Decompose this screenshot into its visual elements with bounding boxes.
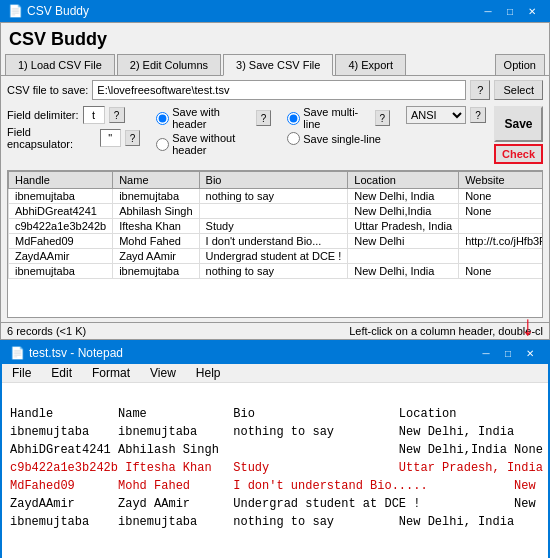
multiline-question[interactable]: ?: [375, 110, 390, 126]
minimize-button[interactable]: ─: [478, 3, 498, 19]
delimiter-question[interactable]: ?: [109, 107, 125, 123]
delimiter-value: t: [83, 106, 105, 124]
header-question[interactable]: ?: [256, 110, 271, 126]
save-singleline-radio[interactable]: [287, 132, 300, 145]
csv-file-row: CSV file to save: ? Select: [1, 76, 549, 104]
table-row[interactable]: ZaydAAmirZayd AAmirUndergrad student at …: [9, 249, 544, 264]
save-without-header-row: Save without header: [156, 132, 271, 156]
field-section: Field delimiter: t ? Field encapsulator:…: [7, 106, 140, 150]
tab-export[interactable]: 4) Export: [335, 54, 406, 75]
save-with-header-label: Save with header: [172, 106, 253, 130]
save-with-header-radio[interactable]: [156, 112, 169, 125]
save-without-header-label: Save without header: [172, 132, 271, 156]
notepad-titlebar: 📄 test.tsv - Notepad ─ □ ✕: [2, 342, 548, 364]
save-multiline-row: Save multi-line ?: [287, 106, 390, 130]
field-delimiter-label: Field delimiter:: [7, 109, 79, 121]
notepad-title: test.tsv - Notepad: [29, 346, 123, 360]
col-website[interactable]: Website: [459, 172, 543, 189]
notepad-content[interactable]: Handle Name Bio Location Website Followe…: [2, 383, 548, 558]
question-mark-button[interactable]: ?: [470, 80, 490, 100]
tab-edit[interactable]: 2) Edit Columns: [117, 54, 221, 75]
status-bar: 6 records (<1 K) Left-click on a column …: [1, 322, 549, 339]
tab-bar: 1) Load CSV File 2) Edit Columns 3) Save…: [1, 54, 549, 76]
csv-file-label: CSV file to save:: [7, 84, 88, 96]
notepad-window: 📄 test.tsv - Notepad ─ □ ✕ File Edit For…: [0, 340, 550, 558]
notepad-line-1: ibnemujtaba ibnemujtaba nothing to say N…: [10, 425, 514, 439]
table-row[interactable]: MdFahed09Mohd FahedI don't understand Bi…: [9, 234, 544, 249]
col-bio[interactable]: Bio: [199, 172, 348, 189]
tab-load[interactable]: 1) Load CSV File: [5, 54, 115, 75]
table-row[interactable]: AbhiDGreat4241Abhilash SinghNew Delhi,In…: [9, 204, 544, 219]
csvbuddy-window: CSV Buddy 1) Load CSV File 2) Edit Colum…: [0, 22, 550, 340]
csv-file-input[interactable]: [92, 80, 466, 100]
encoding-select[interactable]: ANSI UTF-8 UTF-16: [406, 106, 466, 124]
encoding-question[interactable]: ?: [470, 107, 486, 123]
data-table-container: Handle Name Bio Location Website Followe…: [7, 170, 543, 318]
check-button[interactable]: Check: [494, 144, 543, 164]
arrow-indicator: ↓: [521, 310, 535, 342]
menu-file[interactable]: File: [2, 364, 41, 382]
notepad-maximize[interactable]: □: [498, 345, 518, 361]
notepad-minimize[interactable]: ─: [476, 345, 496, 361]
notepad-line-6: ibnemujtaba ibnemujtaba nothing to say N…: [10, 515, 514, 529]
close-button[interactable]: ✕: [522, 3, 542, 19]
encapsulator-value: ": [100, 129, 121, 147]
menu-edit[interactable]: Edit: [41, 364, 82, 382]
save-multiline-radio[interactable]: [287, 112, 300, 125]
maximize-button[interactable]: □: [500, 3, 520, 19]
app-title-bar: CSV Buddy: [27, 4, 89, 18]
save-singleline-label: Save single-line: [303, 133, 381, 145]
app-icon: 📄: [8, 4, 23, 18]
app-header: CSV Buddy: [1, 23, 549, 54]
notepad-close[interactable]: ✕: [520, 345, 540, 361]
tab-save[interactable]: 3) Save CSV File: [223, 54, 333, 76]
notepad-line-2: AbhiDGreat4241 Abhilash Singh New Delhi,…: [10, 443, 548, 457]
status-hint: Left-click on a column header, double-cl: [349, 325, 543, 337]
notepad-menu: File Edit Format View Help: [2, 364, 548, 383]
menu-format[interactable]: Format: [82, 364, 140, 382]
notepad-line-header: Handle Name Bio Location Website Followe…: [10, 407, 548, 421]
table-row[interactable]: ibnemujtabaibnemujtabanothing to sayNew …: [9, 189, 544, 204]
csvbuddy-titlebar: 📄 CSV Buddy ─ □ ✕: [0, 0, 550, 22]
save-without-header-radio[interactable]: [156, 138, 169, 151]
save-button[interactable]: Save: [494, 106, 543, 142]
table-row[interactable]: ibnemujtabaibnemujtabanothing to sayNew …: [9, 264, 544, 279]
record-count: 6 records (<1 K): [7, 325, 86, 337]
save-singleline-row: Save single-line: [287, 132, 390, 145]
field-delimiter-row: Field delimiter: t ?: [7, 106, 140, 124]
data-table: Handle Name Bio Location Website Followe…: [8, 171, 543, 279]
field-encapsulator-label: Field encapsulator:: [7, 126, 96, 150]
save-multiline-label: Save multi-line: [303, 106, 371, 130]
notepad-line-4: MdFahed09 Mohd Fahed I don't understand …: [10, 479, 536, 493]
menu-view[interactable]: View: [140, 364, 186, 382]
notepad-line-3: c9b422a1e3b242b Iftesha Khan Study Uttar…: [10, 461, 548, 475]
col-handle[interactable]: Handle: [9, 172, 113, 189]
notepad-icon: 📄: [10, 346, 25, 360]
ansi-section: ANSI UTF-8 UTF-16 ?: [406, 106, 486, 124]
encapsulator-question[interactable]: ?: [125, 130, 140, 146]
controls-row: Field delimiter: t ? Field encapsulator:…: [1, 104, 549, 166]
col-location[interactable]: Location: [348, 172, 459, 189]
save-with-header-row: Save with header ?: [156, 106, 271, 130]
menu-help[interactable]: Help: [186, 364, 231, 382]
tab-option[interactable]: Option: [495, 54, 545, 75]
field-encapsulator-row: Field encapsulator: " ?: [7, 126, 140, 150]
notepad-line-5: ZaydAAmir Zayd AAmir Undergrad student a…: [10, 497, 536, 511]
table-row[interactable]: c9b422a1e3b242bIftesha KhanStudyUttar Pr…: [9, 219, 544, 234]
col-name[interactable]: Name: [113, 172, 199, 189]
select-button[interactable]: Select: [494, 80, 543, 100]
